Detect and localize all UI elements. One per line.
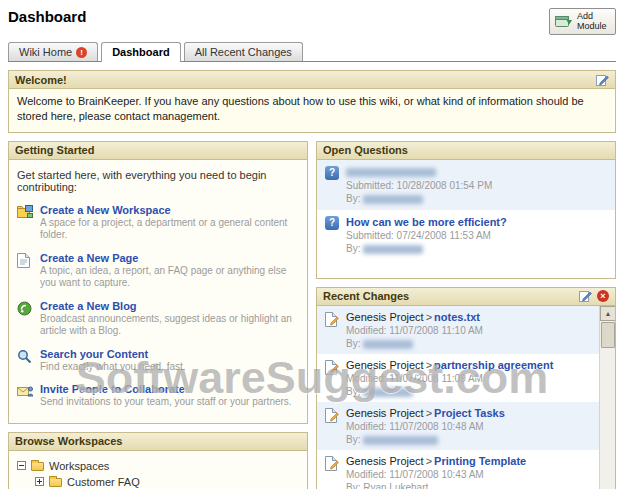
tab-bar: Wiki Home Dashboard All Recent Changes: [8, 38, 616, 62]
recent-changes-module: Recent Changes: [316, 287, 616, 489]
breadcrumb-separator: >: [426, 407, 432, 419]
open-questions-header: Open Questions: [317, 142, 615, 160]
welcome-module: Welcome! Welcome to BrainKeeper. If you …: [8, 70, 616, 133]
change-title: Genesis Project>partnership agreement: [346, 359, 553, 371]
recent-changes-body: Genesis Project>notes.txt Modified: 11/0…: [317, 306, 615, 489]
change-title: Genesis Project>notes.txt: [346, 311, 483, 323]
page-link[interactable]: notes.txt: [434, 311, 480, 323]
question-link[interactable]: How can we be more efficient?: [346, 216, 507, 228]
search-content-link[interactable]: Search your Content: [40, 348, 148, 360]
tree-root-label: Workspaces: [49, 460, 109, 472]
redacted-text: [363, 340, 413, 349]
tab-wiki-home[interactable]: Wiki Home: [8, 42, 98, 61]
change-modified: Modified: 11/07/2008 11:09 AM: [346, 373, 553, 384]
getting-started-item-text: Create a New Blog Broadcast announcement…: [40, 300, 299, 338]
expand-icon[interactable]: [35, 477, 44, 486]
question-link[interactable]: [346, 166, 436, 178]
by-label: By:: [346, 193, 360, 204]
getting-started-item: Create a New Workspace A space for a pro…: [17, 204, 299, 242]
right-column: Open Questions Submitted: 10/28/2008 01:…: [316, 133, 616, 489]
question-submitted: Submitted: 07/24/2008 11:53 AM: [346, 230, 507, 241]
redacted-text: [363, 388, 413, 397]
create-workspace-link[interactable]: Create a New Workspace: [40, 204, 171, 216]
getting-started-header: Getting Started: [9, 142, 307, 160]
by-label: By:: [346, 434, 360, 445]
change-author: By:: [346, 386, 553, 397]
question-author: By:: [346, 243, 507, 254]
create-blog-desc: Broadcast announcements, suggest ideas o…: [40, 313, 299, 338]
getting-started-body: Get started here, with everything you ne…: [9, 160, 307, 423]
getting-started-item: Create a New Page A topic, an idea, a re…: [17, 252, 299, 290]
recent-change-text: Genesis Project>notes.txt Modified: 11/0…: [346, 311, 483, 349]
page-link[interactable]: Printing Template: [434, 455, 526, 467]
create-workspace-desc: A space for a project, a department or a…: [40, 217, 299, 242]
add-module-button[interactable]: Add Module: [549, 8, 616, 35]
breadcrumb-separator: >: [426, 311, 432, 323]
dashboard-page: Dashboard Add Module Wiki Home Dashboard…: [0, 0, 624, 489]
recent-change-text: Genesis Project>Project Tasks Modified: …: [346, 407, 505, 445]
workspace-name: Genesis Project: [346, 311, 424, 323]
browse-workspaces-header: Browse Workspaces: [9, 433, 307, 451]
tree-root-workspaces[interactable]: Workspaces: [17, 458, 299, 474]
workspace-name: Genesis Project: [346, 359, 424, 371]
welcome-header: Welcome!: [9, 71, 615, 89]
recent-change-row: Genesis Project>partnership agreement Mo…: [317, 354, 599, 402]
document-edit-icon: [325, 359, 339, 397]
open-questions-body: Submitted: 10/28/2008 01:54 PM By: How c…: [317, 160, 615, 278]
getting-started-item: Create a New Blog Broadcast announcement…: [17, 300, 299, 338]
tab-wiki-home-label: Wiki Home: [19, 46, 72, 58]
invite-people-link[interactable]: Invite People to Collaborate: [40, 383, 185, 395]
open-questions-module: Open Questions Submitted: 10/28/2008 01:…: [316, 141, 616, 279]
create-blog-link[interactable]: Create a New Blog: [40, 300, 137, 312]
change-title: Genesis Project>Project Tasks: [346, 407, 505, 419]
create-page-desc: A topic, an idea, a report, an FAQ page …: [40, 265, 299, 290]
recent-change-row: Genesis Project>Printing Template Modifi…: [317, 450, 599, 489]
getting-started-module: Getting Started Get started here, with e…: [8, 141, 308, 424]
add-module-icon: [555, 14, 573, 28]
recent-changes-scrollbar[interactable]: [599, 306, 615, 489]
scroll-thumb[interactable]: [601, 322, 615, 348]
workspace-tree: Workspaces Customer FAQ Documentation: [9, 451, 307, 489]
question-submitted: Submitted: 10/28/2008 01:54 PM: [346, 180, 492, 191]
page-link[interactable]: partnership agreement: [434, 359, 553, 371]
workspace-name: Genesis Project: [346, 455, 424, 467]
breadcrumb-separator: >: [426, 455, 432, 467]
invite-people-desc: Send invitations to your team, your staf…: [40, 396, 292, 409]
edit-icon[interactable]: [579, 290, 592, 302]
browse-workspaces-title: Browse Workspaces: [15, 435, 122, 447]
change-modified: Modified: 11/07/2008 10:48 AM: [346, 421, 505, 432]
tab-dashboard[interactable]: Dashboard: [101, 42, 180, 62]
scroll-up-button[interactable]: [600, 306, 615, 321]
recent-change-text: Genesis Project>partnership agreement Mo…: [346, 359, 553, 397]
by-label: By:: [346, 338, 360, 349]
tree-item-customer-faq[interactable]: Customer FAQ: [17, 474, 299, 489]
document-edit-icon: [325, 407, 339, 445]
getting-started-item-text: Create a New Page A topic, an idea, a re…: [40, 252, 299, 290]
content-columns: Getting Started Get started here, with e…: [8, 133, 616, 489]
recent-change-text: Genesis Project>Printing Template Modifi…: [346, 455, 526, 489]
getting-started-intro: Get started here, with everything you ne…: [17, 169, 299, 193]
document-edit-icon: [325, 311, 339, 349]
by-label: By:: [346, 243, 360, 254]
open-questions-title: Open Questions: [323, 144, 408, 156]
close-icon[interactable]: [597, 290, 609, 302]
collapse-icon[interactable]: [17, 461, 26, 470]
getting-started-item-text: Search your Content Find exactly what yo…: [40, 348, 186, 374]
by-label: By:: [346, 386, 360, 397]
folder-icon: [49, 478, 62, 487]
redacted-text: [346, 168, 436, 177]
redacted-text: [363, 436, 438, 445]
edit-icon[interactable]: [596, 74, 609, 86]
question-item: How can we be more efficient? Submitted:…: [317, 210, 615, 260]
by-label: By:: [346, 482, 360, 489]
tab-all-recent-changes[interactable]: All Recent Changes: [184, 42, 303, 61]
tree-item-label: Customer FAQ: [67, 476, 140, 488]
getting-started-item-text: Create a New Workspace A space for a pro…: [40, 204, 299, 242]
browse-workspaces-module: Browse Workspaces Workspaces Customer FA…: [8, 432, 308, 489]
create-page-link[interactable]: Create a New Page: [40, 252, 138, 264]
page-link[interactable]: Project Tasks: [434, 407, 505, 419]
change-modified: Modified: 11/07/2008 11:10 AM: [346, 325, 483, 336]
alert-icon: [76, 47, 87, 58]
search-content-desc: Find exactly what you need, fast.: [40, 361, 186, 374]
getting-started-title: Getting Started: [15, 144, 94, 156]
